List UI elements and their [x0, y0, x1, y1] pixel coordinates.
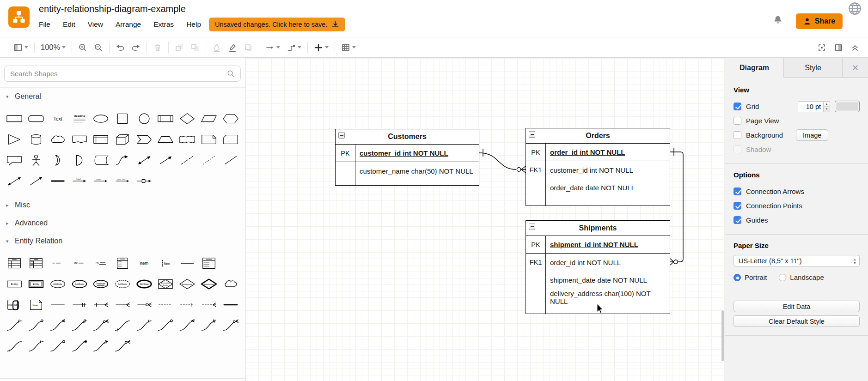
shape-edge-with-symbol[interactable]	[133, 171, 155, 190]
menu-edit[interactable]: Edit	[63, 20, 75, 29]
shape-curve-edge-14[interactable]	[47, 337, 68, 356]
share-button[interactable]: Share	[796, 13, 843, 29]
shape-ellipse[interactable]	[90, 109, 112, 128]
shape-divider-line[interactable]	[177, 254, 198, 272]
shape-or[interactable]	[47, 151, 68, 169]
shape-entity-with-attributes[interactable]	[198, 254, 220, 272]
shape-tape[interactable]	[177, 130, 198, 149]
shape-card[interactable]	[220, 130, 241, 149]
shape-curve[interactable]	[112, 151, 134, 169]
entity-table-orders[interactable]: OrdersPKorder_id int NOT NULLFK1customer…	[526, 128, 670, 206]
shape-and[interactable]	[68, 151, 90, 169]
globe-icon[interactable]	[848, 1, 862, 18]
zoom-in-button[interactable]	[78, 43, 87, 52]
entity-row[interactable]: FK1customer_id int NOT NULL	[526, 161, 670, 179]
shape-triangle[interactable]	[4, 130, 25, 149]
fullscreen-icon[interactable]	[817, 43, 826, 52]
view-panels-button[interactable]	[13, 43, 28, 52]
entity-row[interactable]: shipment_date date NOT NULL	[526, 271, 670, 289]
collapse-expand-icon[interactable]	[850, 43, 860, 52]
line-color-button[interactable]	[228, 43, 237, 52]
shape-dashed-line[interactable]	[177, 151, 198, 169]
shape-curve-edge-13[interactable]	[25, 337, 47, 356]
shape-list[interactable]	[112, 254, 134, 272]
shape-row-unique[interactable]: PK	[90, 254, 112, 272]
section-header-general[interactable]: ▾General	[0, 87, 245, 105]
shape-attribute[interactable]: Attribute	[47, 274, 68, 293]
shape-entity[interactable]: Entity	[4, 274, 25, 293]
shape-cube[interactable]	[112, 130, 134, 149]
shape-note[interactable]	[198, 130, 220, 149]
shape-trapezoid[interactable]	[155, 130, 177, 149]
shape-curve-edge-16[interactable]	[90, 337, 112, 356]
image-button[interactable]: Image	[796, 129, 828, 141]
section-header-advanced[interactable]: ▸Advanced	[0, 214, 245, 232]
entity-row[interactable]: FK1order_id int NOT NULL	[526, 254, 670, 271]
shape-actor[interactable]	[25, 151, 47, 169]
menu-arrange[interactable]: Arrange	[116, 20, 141, 29]
tab-diagram[interactable]: Diagram	[725, 58, 784, 78]
shape-curve-edge-3[interactable]	[47, 316, 68, 335]
grid-size-input[interactable]	[798, 101, 824, 112]
shape-row-pk[interactable]: PK	[68, 254, 90, 272]
entity-row[interactable]: PKcustomer_id int NOT NULL	[336, 145, 479, 162]
shape-straight-link[interactable]	[47, 295, 68, 314]
menu-help[interactable]: Help	[186, 20, 201, 29]
waypoints-button[interactable]	[287, 43, 301, 52]
menu-extras[interactable]: Extras	[153, 20, 174, 29]
shape-labeled-edge[interactable]	[90, 171, 112, 190]
shape-curve-edge-10[interactable]	[198, 316, 220, 335]
zoom-out-button[interactable]	[94, 43, 103, 52]
search-shapes-input[interactable]	[4, 66, 241, 82]
shape-bidirectional-arrow[interactable]	[133, 151, 155, 169]
shape-one-to-many-link[interactable]	[90, 295, 112, 314]
shape-line[interactable]	[220, 151, 241, 169]
shape-directional-connector[interactable]	[25, 171, 47, 190]
format-panel-toggle-icon[interactable]	[834, 43, 843, 52]
shape-curve-edge-15[interactable]	[68, 337, 90, 356]
connection-points-checkbox[interactable]	[734, 202, 741, 210]
shape-zero-many-link[interactable]	[133, 295, 155, 314]
shape-text[interactable]: Text	[47, 109, 68, 128]
shape-bidirectional-connector[interactable]	[4, 171, 25, 190]
shape-curve-edge-5[interactable]	[90, 316, 112, 335]
insert-button[interactable]	[314, 43, 329, 52]
shape-process[interactable]	[155, 109, 177, 128]
landscape-radio[interactable]	[779, 274, 786, 281]
shape-curve-edge-17[interactable]	[112, 337, 134, 356]
shape-dashed-link-1[interactable]	[155, 295, 177, 314]
shape-dashed-link-3[interactable]	[198, 295, 220, 314]
shape-relationship[interactable]: Relationship	[177, 274, 198, 293]
tab-style[interactable]: Style	[784, 58, 843, 77]
page-view-checkbox[interactable]	[734, 117, 741, 125]
shape-cloud[interactable]	[47, 130, 68, 149]
entity-row[interactable]: delivery_address char(100) NOT NULL	[526, 289, 670, 306]
shape-cloud-2[interactable]	[220, 274, 241, 293]
diagram-canvas[interactable]: CustomersPKcustomer_id int NOT NULLcusto…	[245, 58, 725, 381]
entity-table-shipments[interactable]: ShipmentsPKshipment_id int NOT NULLFK1or…	[526, 220, 670, 314]
shape-multivalued-attribute[interactable]: Attribute	[133, 274, 155, 293]
canvas-vertical-scrollbar[interactable]	[721, 310, 724, 361]
shape-curve-edge-9[interactable]	[177, 316, 198, 335]
entity-row[interactable]: order_date date NOT NULL	[526, 179, 670, 196]
shape-curve-edge-12[interactable]	[4, 337, 25, 356]
section-header-entity-relation[interactable]: ▾Entity Relation	[0, 232, 245, 250]
collapse-icon[interactable]	[338, 132, 345, 139]
shape-row[interactable]	[47, 254, 68, 272]
page-title[interactable]: entity-relationship-diagram-example	[39, 4, 186, 14]
entity-header[interactable]: Orders	[526, 128, 670, 144]
shape-curve-edge-11[interactable]	[220, 316, 241, 335]
shape-associative-entity[interactable]: AssociativeEntity	[155, 274, 177, 293]
shape-entity-2[interactable]: Entity	[25, 274, 47, 293]
entity-table-customers[interactable]: CustomersPKcustomer_id int NOT NULLcusto…	[335, 129, 479, 186]
shape-diamond[interactable]	[177, 109, 198, 128]
shape-labeled-edge-2[interactable]	[112, 171, 134, 190]
shape-curve-edge-8[interactable]	[155, 316, 177, 335]
entity-row[interactable]: PKshipment_id int NOT NULL	[526, 236, 670, 254]
shape-internal-storage[interactable]	[90, 130, 112, 149]
connection-arrows-checkbox[interactable]	[734, 187, 741, 195]
zoom-level-button[interactable]: 100%	[41, 43, 66, 52]
shape-identifying-relationship[interactable]: Relationship	[198, 274, 220, 293]
shape-arrow[interactable]	[155, 151, 177, 169]
entity-header[interactable]: Customers	[336, 129, 479, 145]
